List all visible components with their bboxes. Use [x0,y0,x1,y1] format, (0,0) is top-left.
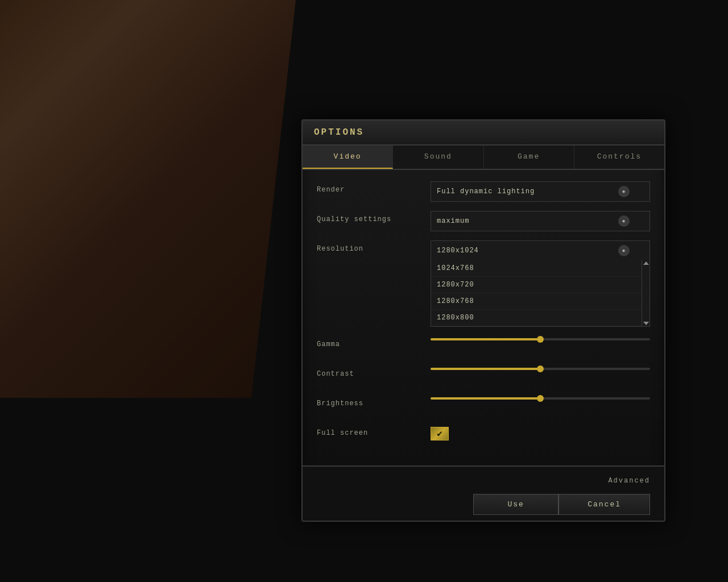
dialog-title: OPTIONS [314,127,364,138]
fullscreen-control: ✔ [431,425,650,440]
gamma-row: Gamma [317,336,650,356]
resolution-scrollbar [642,260,650,326]
brightness-slider-container [431,395,650,400]
contrast-control [431,365,650,370]
gamma-fill [431,338,540,340]
resolution-wrapper: 728x582 ● 1024x768 1280x720 1280x768 1… [431,240,650,327]
brightness-row: Brightness [317,395,650,415]
tab-video[interactable]: Video [303,146,393,169]
options-dialog: OPTIONS Video Sound Game Controls Render… [301,119,665,522]
fullscreen-row: Full screen ✔ [317,425,650,445]
resolution-value: 728x582 [437,247,479,255]
brightness-track[interactable] [431,397,650,400]
render-arrow: ● [618,186,630,197]
render-control: Full dynamic lighting ● [431,181,650,202]
title-bar: OPTIONS [303,120,664,146]
quality-dropdown[interactable]: maximum ● [431,211,650,231]
resolution-option-768[interactable]: 1280x768 [431,293,650,310]
gamma-track[interactable] [431,338,650,340]
tab-controls[interactable]: Controls [574,146,664,169]
scroll-down-arrow[interactable] [643,322,649,325]
fullscreen-checkbox-container: ✔ [431,425,650,440]
resolution-option-1024[interactable]: 1024x768 [431,260,650,277]
resolution-label: Resolution [317,240,431,253]
scroll-up-arrow[interactable] [643,261,649,265]
render-label: Render [317,181,431,194]
gamma-slider-container [431,336,650,340]
tab-bar: Video Sound Game Controls [303,146,664,170]
resolution-arrow: ● [618,245,630,256]
contrast-slider-container [431,365,650,370]
resolution-dropdown[interactable]: 728x582 ● [431,240,650,260]
render-dropdown[interactable]: Full dynamic lighting ● [431,181,650,202]
fullscreen-label: Full screen [317,425,431,437]
tab-game[interactable]: Game [484,146,574,169]
resolution-control: 728x582 ● 1024x768 1280x720 1280x768 1… [431,240,650,327]
cancel-button[interactable]: Cancel [559,494,650,515]
contrast-row: Contrast [317,365,650,386]
brightness-fill [431,397,540,400]
gamma-control [431,336,650,340]
tab-sound[interactable]: Sound [393,146,483,169]
button-row: Use Cancel [317,494,650,515]
resolution-option-720[interactable]: 1280x720 [431,277,650,293]
checkbox-checkmark: ✔ [437,428,442,439]
render-row: Render Full dynamic lighting ● [317,181,650,202]
resolution-row: Resolution 728x582 ● 1024x768 1280x720… [317,240,650,327]
quality-value: maximum [437,217,469,225]
contrast-label: Contrast [317,365,431,378]
advanced-row: Advanced [317,472,650,489]
gamma-thumb[interactable] [537,336,544,343]
render-value: Full dynamic lighting [437,188,535,196]
brightness-label: Brightness [317,395,431,408]
use-button[interactable]: Use [473,494,559,515]
contrast-thumb[interactable] [537,365,544,372]
gamma-label: Gamma [317,336,431,348]
quality-arrow: ● [618,215,630,227]
resolution-list: 1024x768 1280x720 1280x768 1280x800 [431,260,650,327]
resolution-option-800[interactable]: 1280x800 [431,310,650,326]
quality-label: Quality settings [317,211,431,223]
brightness-control [431,395,650,400]
quality-control: maximum ● [431,211,650,231]
brightness-thumb[interactable] [537,395,544,402]
settings-content: Render Full dynamic lighting ● Quality s… [303,170,664,465]
bottom-section: Advanced Use Cancel [303,465,664,521]
contrast-fill [431,368,540,370]
quality-row: Quality settings maximum ● [317,211,650,231]
advanced-button[interactable]: Advanced [317,472,650,489]
contrast-track[interactable] [431,368,650,370]
fullscreen-checkbox[interactable]: ✔ [431,427,449,440]
